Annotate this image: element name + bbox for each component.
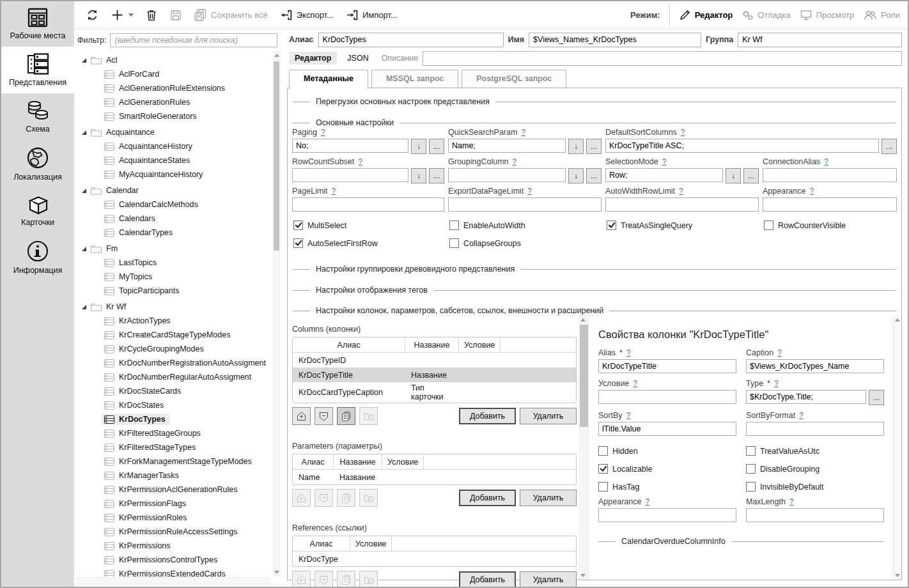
tree-item-myacquaintancehistory[interactable]: MyAcquaintanceHistory xyxy=(76,167,270,182)
rowcountsubset-dropdown-button[interactable]: ↓ xyxy=(411,168,426,183)
sidebar-item-information[interactable]: Информация xyxy=(1,233,74,281)
tree-group-acquaintance[interactable]: Acquaintance xyxy=(76,125,270,139)
parameters-copy-button[interactable] xyxy=(337,489,355,507)
defaultsortcolumns-more-button[interactable]: ... xyxy=(882,139,897,154)
tree-item-krpermissionscontroltypes[interactable]: KrPermissionsControlTypes xyxy=(76,553,270,567)
mode-preview[interactable]: Просмотр xyxy=(800,9,854,21)
help-icon[interactable]: ? xyxy=(679,187,683,196)
условие-input[interactable] xyxy=(598,390,736,404)
column-header[interactable]: Название xyxy=(334,454,382,470)
expander-icon[interactable] xyxy=(82,189,86,193)
tree-item-acquaintancehistory[interactable]: AcquaintanceHistory xyxy=(76,139,270,153)
tree-item-krpermissionruleaccesssettings[interactable]: KrPermissionRuleAccessSettings xyxy=(76,525,270,539)
save-button[interactable] xyxy=(168,8,183,23)
tree-item-krdoctypes[interactable]: KrDocTypes xyxy=(76,412,270,426)
tree-item-krmanagertasks[interactable]: KrManagerTasks xyxy=(76,468,270,483)
tree-item-acquaintancestates[interactable]: AcquaintanceStates xyxy=(76,153,270,167)
references-copy-button[interactable] xyxy=(337,571,355,588)
maxlength-input[interactable] xyxy=(746,508,884,522)
tree-item-krfilteredstagegroups[interactable]: KrFilteredStageGroups xyxy=(76,426,270,440)
rowcountsubset-input[interactable] xyxy=(292,168,408,182)
tab-mssql-запрос[interactable]: MSSQL запрос xyxy=(371,70,458,88)
tree-item-krdocstatecards[interactable]: KrDocStateCards xyxy=(76,384,270,398)
section-overrides[interactable]: Перегрузки основных настроек представлен… xyxy=(293,97,896,106)
tree-group-calendar[interactable]: Calendar xyxy=(76,183,270,197)
help-icon[interactable]: ? xyxy=(809,187,814,196)
expander-icon[interactable] xyxy=(82,305,86,309)
sidebar-item-schema[interactable]: Схема xyxy=(1,93,74,140)
sidebar-item-workplaces[interactable]: Рабочие места xyxy=(1,1,74,47)
column-header[interactable]: Условие xyxy=(382,454,424,470)
tree-group-fm[interactable]: Fm xyxy=(76,242,270,256)
column-header[interactable]: Условие xyxy=(459,337,501,353)
tree-item-krpermissionsextendedcards[interactable]: KrPermissionsExtendedCards xyxy=(76,567,270,576)
unchecked-checkbox-icon[interactable] xyxy=(449,220,459,230)
help-icon[interactable]: ? xyxy=(799,411,804,420)
groupingcolumn-dropdown-button[interactable]: ↓ xyxy=(568,168,584,183)
collections-scrollbar[interactable] xyxy=(579,316,589,580)
selectionmode-more-button[interactable]: ... xyxy=(743,168,759,183)
help-icon[interactable]: ? xyxy=(521,128,525,137)
section-calendar-overdue[interactable]: CalendarOverdueColumnInfo xyxy=(598,537,884,546)
references-move-to-folder-button[interactable] xyxy=(359,571,378,588)
alias-input[interactable] xyxy=(318,33,504,47)
help-icon[interactable]: ? xyxy=(332,187,336,196)
tree-item-krdocnumberregularautoassigment[interactable]: KrDocNumberRegularAutoAssigment xyxy=(76,370,270,384)
tree-item-aclforcard[interactable]: AclForCard xyxy=(76,67,270,81)
tree-item-aclgenerationrules[interactable]: AclGenerationRules xyxy=(76,95,270,109)
tree-item-krpermissionroles[interactable]: KrPermissionRoles xyxy=(76,511,270,525)
selectionmode-dropdown-button[interactable]: ↓ xyxy=(726,168,741,183)
parameters-row-name[interactable]: NameНазвание xyxy=(293,470,576,484)
selectionmode-input[interactable] xyxy=(605,168,723,182)
mode-editor[interactable]: Редактор xyxy=(679,9,733,21)
checkbox-hidden[interactable]: Hidden xyxy=(598,446,736,456)
references-row-krdoctype[interactable]: KrDocType xyxy=(293,552,576,566)
tree-item-aclgenerationruleextensions[interactable]: AclGenerationRuleExtensions xyxy=(76,81,270,95)
sidebar-item-localization[interactable]: Локализация xyxy=(1,140,74,188)
tree-group-acl[interactable]: Acl xyxy=(76,53,270,67)
tree-scrollbar[interactable] xyxy=(272,51,281,576)
group-input[interactable] xyxy=(738,33,902,47)
section-tags[interactable]: Настройки отображения тегов xyxy=(293,286,896,295)
tree-item-mytopics[interactable]: MyTopics xyxy=(76,270,270,284)
checkbox-treatvalueasutc[interactable]: TreatValueAsUtc xyxy=(746,446,884,456)
column-header[interactable]: Условие xyxy=(350,536,392,552)
expander-icon[interactable] xyxy=(82,247,86,251)
caption-input[interactable] xyxy=(746,359,884,373)
columns-add-button[interactable]: Добавить xyxy=(459,408,516,424)
help-icon[interactable]: ? xyxy=(645,497,649,506)
pagelimit-input[interactable] xyxy=(292,197,444,212)
tree-item-krdocstates[interactable]: KrDocStates xyxy=(76,398,270,412)
tree-hscrollbar[interactable] xyxy=(76,577,271,585)
tree-item-topicparticipants[interactable]: TopicParticipants xyxy=(76,284,270,298)
description-input[interactable] xyxy=(423,51,902,66)
groupingcolumn-input[interactable] xyxy=(448,168,566,182)
parameters-add-button[interactable]: Добавить xyxy=(459,490,516,506)
help-icon[interactable]: ? xyxy=(633,379,637,388)
parameters-delete-button[interactable]: Удалить xyxy=(520,490,577,506)
help-icon[interactable]: ? xyxy=(358,157,362,166)
subtab-editor[interactable]: Редактор xyxy=(289,52,337,65)
section-tree-grouping[interactable]: Настройки группировки древовидного предс… xyxy=(293,265,896,274)
parameters-move-down-button[interactable] xyxy=(315,489,333,507)
properties-scrollbar[interactable] xyxy=(893,316,901,580)
refresh-button[interactable] xyxy=(84,7,100,23)
checkbox-multiselect[interactable]: MultiSelect xyxy=(293,220,446,230)
columns-move-up-button[interactable] xyxy=(292,407,311,425)
checkbox-hastag[interactable]: HasTag xyxy=(598,482,736,491)
columns-move-down-button[interactable] xyxy=(315,407,333,425)
checkbox-rowcountervisible[interactable]: RowCounterVisible xyxy=(764,220,897,230)
paging-dropdown-button[interactable]: ↓ xyxy=(411,139,426,154)
section-columns[interactable]: Настройки колонок, параметров, сабсетов,… xyxy=(293,306,896,315)
help-icon[interactable]: ? xyxy=(626,411,631,420)
quicksearchparam-more-button[interactable]: ... xyxy=(586,139,602,154)
help-icon[interactable]: ? xyxy=(626,348,631,357)
type-more-button[interactable]: ... xyxy=(869,390,884,405)
mode-debug[interactable]: Отладка xyxy=(742,9,790,21)
help-icon[interactable]: ? xyxy=(789,497,794,506)
connectionalias-input[interactable] xyxy=(763,168,897,182)
columns-delete-button[interactable]: Удалить xyxy=(520,408,577,424)
type-input[interactable] xyxy=(746,390,866,404)
tree-group-kr-wf[interactable]: Kr Wf xyxy=(76,300,270,314)
appearance-input[interactable] xyxy=(598,508,736,522)
